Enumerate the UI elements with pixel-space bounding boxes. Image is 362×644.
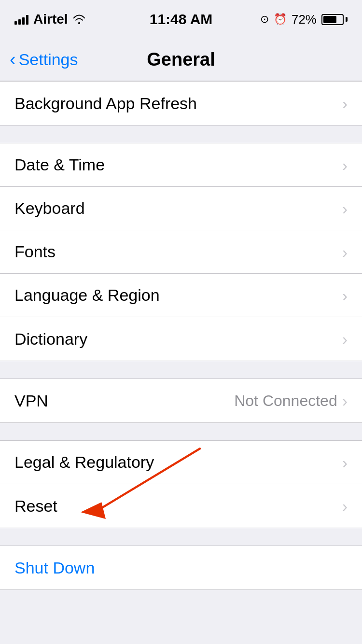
row-right-language-region: › — [342, 287, 348, 304]
chevron-right-icon: › — [342, 244, 348, 260]
shutdown-label[interactable]: Shut Down — [14, 559, 95, 577]
row-label-dictionary: Dictionary — [14, 330, 87, 349]
chevron-right-icon: › — [342, 287, 348, 304]
settings-group-vpn: VPN Not Connected › — [0, 378, 362, 423]
vpn-status: Not Connected — [234, 392, 337, 410]
row-dictionary[interactable]: Dictionary › — [0, 317, 362, 361]
chevron-right-icon: › — [342, 331, 348, 347]
row-background-app-refresh[interactable]: Background App Refresh › — [0, 82, 362, 125]
back-label: Settings — [19, 50, 78, 69]
row-label-legal-regulatory: Legal & Regulatory — [14, 453, 154, 472]
wifi-icon — [73, 14, 85, 24]
row-reset[interactable]: Reset › — [0, 484, 362, 528]
gap-1 — [0, 126, 362, 143]
gap-2 — [0, 361, 362, 378]
row-vpn[interactable]: VPN Not Connected › — [0, 379, 362, 422]
row-label-keyboard: Keyboard — [14, 199, 85, 218]
row-keyboard[interactable]: Keyboard › — [0, 187, 362, 230]
carrier-signal: Airtel — [14, 12, 85, 27]
row-shutdown[interactable]: Shut Down — [0, 546, 362, 589]
row-label-reset: Reset — [14, 497, 57, 516]
back-chevron-icon: ‹ — [10, 50, 16, 69]
battery-percent: 72% — [292, 12, 317, 27]
bottom-gap — [0, 590, 362, 611]
chevron-right-icon: › — [342, 454, 348, 471]
row-right-date-time: › — [342, 157, 348, 173]
status-right-icons: ⊙ ⏰ 72% — [260, 12, 348, 27]
annotation-container: Legal & Regulatory › Reset › — [0, 440, 362, 528]
battery-icon — [321, 14, 348, 25]
status-bar: Airtel 11:48 AM ⊙ ⏰ 72% — [0, 0, 362, 39]
row-right-vpn: Not Connected › — [234, 392, 348, 410]
row-label-vpn: VPN — [14, 392, 48, 410]
chevron-right-icon: › — [342, 200, 348, 217]
status-time: 11:48 AM — [150, 11, 213, 28]
row-right-dictionary: › — [342, 331, 348, 347]
navigation-bar: ‹ Settings General — [0, 39, 362, 81]
signal-icon — [14, 14, 28, 25]
settings-group-2: Date & Time › Keyboard › Fonts › Languag… — [0, 143, 362, 361]
row-right-keyboard: › — [342, 200, 348, 217]
row-right-reset: › — [342, 498, 348, 514]
row-label-date-time: Date & Time — [14, 155, 105, 174]
row-right-fonts: › — [342, 244, 348, 260]
row-legal-regulatory[interactable]: Legal & Regulatory › — [0, 441, 362, 484]
row-right-legal-regulatory: › — [342, 454, 348, 471]
gap-4 — [0, 528, 362, 546]
chevron-right-icon: › — [342, 157, 348, 173]
carrier-name: Airtel — [33, 12, 68, 27]
row-date-time[interactable]: Date & Time › — [0, 143, 362, 187]
chevron-right-icon: › — [342, 392, 348, 409]
shutdown-group: Shut Down — [0, 546, 362, 590]
chevron-right-icon: › — [342, 95, 348, 112]
settings-group-legal-reset: Legal & Regulatory › Reset › — [0, 440, 362, 528]
gap-3 — [0, 423, 362, 440]
row-fonts[interactable]: Fonts › — [0, 230, 362, 274]
row-label-fonts: Fonts — [14, 242, 56, 261]
row-label-language-region: Language & Region — [14, 286, 160, 305]
row-language-region[interactable]: Language & Region › — [0, 274, 362, 317]
lock-icon: ⊙ — [260, 13, 269, 26]
alarm-icon: ⏰ — [274, 13, 287, 26]
row-right-background-app-refresh: › — [342, 95, 348, 112]
page-title: General — [147, 49, 215, 70]
back-button[interactable]: ‹ Settings — [10, 50, 78, 69]
settings-group-1: Background App Refresh › — [0, 81, 362, 126]
chevron-right-icon: › — [342, 498, 348, 514]
row-label-background-app-refresh: Background App Refresh — [14, 94, 197, 113]
